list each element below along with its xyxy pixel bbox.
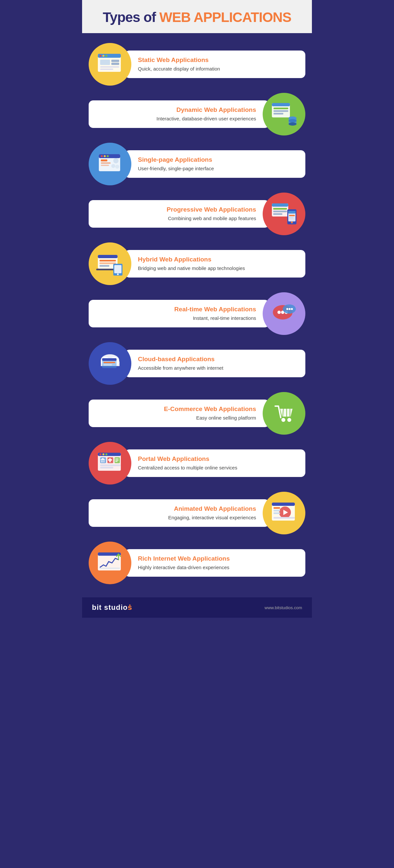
page-title: Types of WEB APPLICATIONS <box>89 10 305 25</box>
icon-pwa <box>263 192 305 235</box>
svg-rect-99 <box>274 510 280 512</box>
svg-point-57 <box>289 308 290 310</box>
svg-rect-93 <box>100 467 113 468</box>
svg-rect-12 <box>274 107 288 109</box>
svg-rect-43 <box>100 260 116 261</box>
icon-animated <box>263 492 305 534</box>
svg-rect-13 <box>274 110 288 112</box>
card-description: Highly interactive data-driven experienc… <box>138 564 298 571</box>
list-item: Cloud-based Applications Accessible from… <box>89 342 305 385</box>
icon-cloud <box>89 342 131 385</box>
svg-rect-14 <box>274 113 283 115</box>
card-title: Rich Internet Web Applications <box>138 555 298 562</box>
svg-point-77 <box>100 453 102 455</box>
svg-line-69 <box>278 406 281 417</box>
svg-rect-31 <box>272 204 288 207</box>
svg-rect-67 <box>104 364 112 366</box>
card-title: Static Web Applications <box>138 56 298 64</box>
page-container: Types of WEB APPLICATIONS <box>82 0 312 631</box>
icon-spa <box>89 143 131 185</box>
list-item: E-Commerce Web Applications Easy online … <box>89 392 305 435</box>
icon-portal <box>89 442 131 485</box>
card-description: Interactive, database-driven user experi… <box>96 115 256 122</box>
svg-point-2 <box>100 55 102 57</box>
card-description: Centralized access to multiple online se… <box>138 464 298 471</box>
card-description: Quick, accurate display of information <box>138 65 298 72</box>
svg-rect-5 <box>100 60 110 65</box>
svg-rect-95 <box>272 502 295 506</box>
svg-point-17 <box>289 122 297 126</box>
list-item: Single-page Applications User-friendly, … <box>89 143 305 185</box>
card-static: Static Web Applications Quick, accurate … <box>125 51 305 78</box>
svg-rect-8 <box>100 66 119 68</box>
card-title: E-Commerce Web Applications <box>96 405 256 413</box>
svg-rect-25 <box>101 162 111 164</box>
card-portal: Portal Web Applications Centralized acce… <box>125 450 305 477</box>
svg-point-58 <box>291 308 293 310</box>
svg-rect-89 <box>115 459 118 459</box>
svg-point-27 <box>113 158 118 163</box>
list-item: Portal Web Applications Centralized acce… <box>89 442 305 485</box>
icon-static <box>89 43 131 86</box>
card-animated: Animated Web Applications Engaging, inte… <box>89 499 269 527</box>
card-title: Hybrid Web Applications <box>138 256 298 263</box>
svg-point-21 <box>101 155 103 157</box>
list-item: Hybrid Web Applications Bridging web and… <box>89 242 305 285</box>
list-item: Static Web Applications Quick, accurate … <box>89 43 305 86</box>
svg-rect-92 <box>100 465 120 466</box>
svg-point-28 <box>111 164 115 168</box>
card-spa: Single-page Applications User-friendly, … <box>125 150 305 178</box>
svg-rect-33 <box>273 211 287 212</box>
footer: bit studioṡ www.bitstudios.com <box>82 597 312 618</box>
svg-point-56 <box>286 308 288 310</box>
svg-rect-81 <box>101 460 102 463</box>
svg-rect-38 <box>289 215 295 216</box>
list-item: Real-time Web Applications Instant, real… <box>89 292 305 335</box>
svg-rect-7 <box>111 63 119 65</box>
svg-rect-9 <box>100 68 113 70</box>
svg-rect-83 <box>104 460 105 463</box>
svg-point-23 <box>107 155 109 157</box>
card-description: Engaging, interactive visual experiences <box>96 514 256 521</box>
svg-rect-101 <box>274 517 295 519</box>
svg-point-29 <box>115 165 119 168</box>
card-title: Single-page Applications <box>138 156 298 163</box>
svg-point-78 <box>103 453 105 455</box>
card-ecommerce: E-Commerce Web Applications Easy online … <box>89 400 269 427</box>
card-description: Accessible from anywhere with internet <box>138 365 298 371</box>
icon-dynamic <box>263 93 305 135</box>
card-title: Real-time Web Applications <box>96 306 256 313</box>
svg-point-51 <box>277 311 281 314</box>
brand-logo: bit studioṡ <box>92 603 132 612</box>
list-item: Animated Web Applications Engaging, inte… <box>89 492 305 534</box>
svg-rect-90 <box>115 460 118 461</box>
card-hybrid: Hybrid Web Applications Bridging web and… <box>125 250 305 278</box>
card-description: Bridging web and native mobile app techn… <box>138 265 298 272</box>
card-description: Instant, real-time interactions <box>96 315 256 321</box>
list-item: Rich Internet Web Applications Highly in… <box>89 541 305 584</box>
svg-point-3 <box>103 55 105 57</box>
svg-rect-42 <box>98 255 117 258</box>
svg-rect-34 <box>273 213 282 215</box>
svg-point-40 <box>291 221 293 223</box>
svg-rect-91 <box>115 461 117 462</box>
svg-rect-100 <box>274 513 280 514</box>
svg-rect-48 <box>114 265 121 273</box>
svg-rect-87 <box>108 459 112 461</box>
card-title: Portal Web Applications <box>138 455 298 463</box>
website-url: www.bitstudios.com <box>265 605 302 610</box>
icon-ecommerce <box>263 392 305 435</box>
card-cloud: Cloud-based Applications Accessible from… <box>125 350 305 377</box>
svg-rect-44 <box>100 262 116 264</box>
card-pwa: Progressive Web Applications Combining w… <box>89 200 269 228</box>
svg-point-49 <box>117 273 118 275</box>
svg-rect-6 <box>111 60 119 62</box>
card-description: Combining web and mobile app features <box>96 215 256 222</box>
svg-point-74 <box>287 418 291 422</box>
svg-point-22 <box>104 155 106 157</box>
list-item: Progressive Web Applications Combining w… <box>89 192 305 235</box>
header: Types of WEB APPLICATIONS <box>82 0 312 33</box>
svg-rect-65 <box>102 358 117 361</box>
svg-rect-11 <box>272 103 290 106</box>
card-realtime: Real-time Web Applications Instant, real… <box>89 300 269 328</box>
